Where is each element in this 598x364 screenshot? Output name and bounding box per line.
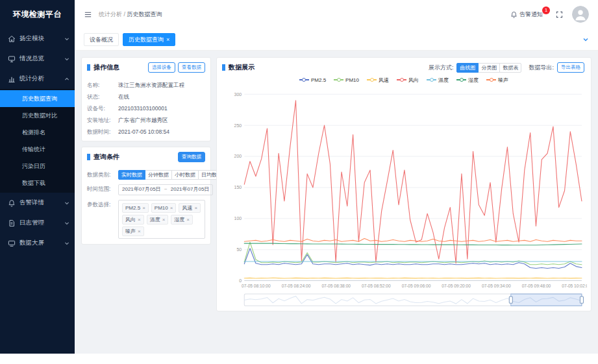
alarm-notification-label: 告警通知 bbox=[519, 10, 543, 19]
view-data-button[interactable]: 查看数据 bbox=[178, 62, 205, 73]
legend-label: 风速 bbox=[379, 77, 389, 84]
legend-item-湿度[interactable]: 湿度 bbox=[456, 77, 479, 84]
tag-close-icon[interactable]: × bbox=[170, 205, 173, 211]
legend-item-风速[interactable]: 风速 bbox=[367, 77, 389, 84]
legend-line-icon bbox=[427, 77, 436, 82]
datazoom-handle-right[interactable] bbox=[580, 297, 583, 303]
series-line-噪声[interactable] bbox=[244, 238, 582, 241]
select-device-button[interactable]: 选择设备 bbox=[148, 62, 175, 73]
param-tag-5[interactable]: 湿度× bbox=[171, 215, 193, 224]
section-marker bbox=[87, 154, 90, 160]
submenu-item-1[interactable]: 历史数据对比 bbox=[0, 107, 75, 124]
submenu-item-0[interactable]: 历史数据查询 bbox=[0, 90, 75, 107]
app-title: 环境检测平台 bbox=[0, 0, 75, 29]
sidebar-item-label: 扬尘模块 bbox=[19, 34, 64, 43]
legend-item-噪声[interactable]: 噪声 bbox=[486, 77, 508, 84]
x-tick-label: 07-05 10:02:00 bbox=[562, 283, 587, 287]
sidebar-item-0[interactable]: 扬尘模块 bbox=[0, 29, 75, 49]
sidebar-item-5[interactable]: 数据大屏 bbox=[0, 233, 75, 253]
submenu-item-3[interactable]: 传输统计 bbox=[0, 141, 75, 158]
device-field-row: 安装地址:广东省广州市越秀区 bbox=[87, 117, 205, 124]
display-mode-button-2[interactable]: 数据表 bbox=[499, 63, 521, 73]
display-mode-button-0[interactable]: 曲线图 bbox=[456, 63, 479, 73]
legend-label: 湿度 bbox=[468, 77, 479, 84]
param-select-row: 参数选择: PM2.5×PM10×风速×风向×温度×湿度×噪声× bbox=[87, 200, 205, 239]
menu-collapse-icon[interactable] bbox=[84, 10, 92, 19]
topbar-actions: 告警通知 1 bbox=[510, 6, 589, 23]
series-line-风速[interactable] bbox=[244, 278, 582, 278]
legend-item-PM2.5[interactable]: PM2.5 bbox=[299, 77, 326, 83]
alarm-notification-button[interactable]: 告警通知 1 bbox=[510, 10, 543, 19]
display-mode-button-1[interactable]: 分类图 bbox=[478, 63, 500, 73]
param-tag-4[interactable]: 温度× bbox=[147, 215, 169, 224]
tag-close-icon[interactable]: × bbox=[138, 217, 141, 223]
notification-badge: 1 bbox=[542, 6, 550, 14]
display-mode-group: 曲线图分类图数据表 bbox=[456, 63, 521, 73]
datazoom-handle-left[interactable] bbox=[509, 297, 512, 303]
submenu-item-2[interactable]: 检测排名 bbox=[0, 124, 75, 141]
field-label: 设备号: bbox=[87, 105, 118, 112]
param-tag-label: 风向 bbox=[125, 216, 136, 223]
param-tag-3[interactable]: 风向× bbox=[122, 215, 144, 224]
x-tick-label: 07-05 09:20:00 bbox=[442, 283, 471, 287]
category-button-2[interactable]: 小时数据 bbox=[171, 170, 199, 180]
series-line-风向[interactable] bbox=[244, 100, 582, 263]
sidebar-submenu: 历史数据查询历史数据对比检测排名传输统计污染日历数据下载 bbox=[0, 89, 75, 193]
param-tag-0[interactable]: PM2.5× bbox=[122, 203, 149, 213]
param-tag-label: PM2.5 bbox=[125, 205, 140, 211]
legend-line-icon bbox=[397, 77, 406, 82]
sidebar-item-2[interactable]: 统计分析 bbox=[0, 69, 75, 89]
device-info-actions: 选择设备 查看数据 bbox=[148, 62, 205, 73]
tab-bar: 设备概况历史数据查询× bbox=[75, 29, 598, 51]
tag-close-icon[interactable]: × bbox=[142, 205, 145, 211]
field-value: 2021033103100001 bbox=[118, 105, 205, 112]
category-button-0[interactable]: 实时数据 bbox=[118, 170, 145, 180]
legend-label: 噪声 bbox=[498, 77, 508, 84]
tag-close-icon[interactable]: × bbox=[186, 217, 190, 223]
param-tag-box[interactable]: PM2.5×PM10×风速×风向×温度×湿度×噪声× bbox=[118, 200, 205, 239]
legend-item-PM10[interactable]: PM10 bbox=[334, 77, 359, 83]
breadcrumb-section[interactable]: 统计分析 bbox=[99, 11, 122, 18]
left-column: 操作信息 选择设备 查看数据 名称:珠江三角洲水资源配置工程状态:在线设备号:2… bbox=[81, 57, 211, 245]
line-chart[interactable]: 05010015020025030007-05 08:10:0007-05 08… bbox=[221, 85, 587, 308]
legend-label: PM2.5 bbox=[311, 77, 326, 83]
field-label: 名称: bbox=[87, 82, 118, 89]
content-area: 操作信息 选择设备 查看数据 名称:珠江三角洲水资源配置工程状态:在线设备号:2… bbox=[75, 51, 598, 354]
sidebar-item-4[interactable]: 日志管理 bbox=[0, 213, 75, 233]
chevron-down-icon bbox=[64, 241, 69, 246]
chart-container[interactable]: 05010015020025030007-05 08:10:0007-05 08… bbox=[217, 85, 591, 311]
datazoom-window[interactable] bbox=[511, 294, 582, 306]
tag-close-icon[interactable]: × bbox=[162, 217, 166, 223]
fullscreen-icon[interactable] bbox=[556, 11, 563, 18]
log-icon bbox=[8, 219, 16, 227]
chevron-down-icon[interactable] bbox=[582, 36, 589, 43]
user-avatar[interactable] bbox=[572, 6, 589, 23]
monitor-icon bbox=[8, 55, 16, 63]
sidebar-menu: 扬尘模块情况总览统计分析历史数据查询历史数据对比检测排名传输统计污染日历数据下载… bbox=[0, 29, 75, 253]
param-tag-1[interactable]: PM10× bbox=[151, 203, 177, 213]
tag-close-icon[interactable]: × bbox=[194, 205, 197, 211]
param-tag-6[interactable]: 噪声× bbox=[122, 226, 144, 236]
y-tick-label: 250 bbox=[234, 123, 242, 128]
legend-item-温度[interactable]: 温度 bbox=[427, 77, 449, 84]
tab-close-icon[interactable]: × bbox=[166, 36, 169, 43]
param-tag-2[interactable]: 风速× bbox=[179, 203, 201, 213]
field-value: 广东省广州市越秀区 bbox=[118, 117, 205, 124]
export-table-button[interactable]: 导出表格 bbox=[557, 62, 584, 73]
query-data-button[interactable]: 查询数据 bbox=[178, 152, 205, 162]
submenu-item-4[interactable]: 污染日历 bbox=[0, 158, 75, 175]
tab-1[interactable]: 历史数据查询× bbox=[123, 33, 175, 46]
series-line-湿度[interactable] bbox=[244, 243, 582, 245]
submenu-item-5[interactable]: 数据下载 bbox=[0, 175, 75, 191]
sidebar-item-1[interactable]: 情况总览 bbox=[0, 49, 75, 69]
date-range-input[interactable]: 2021年07月05日 ~ 2021年07月05日 bbox=[118, 184, 213, 195]
series-line-PM2.5[interactable] bbox=[244, 248, 582, 268]
query-panel: 查询条件 查询数据 数据类别: 实时数据分钟数据小时数据日均数据 时间范围: 2… bbox=[81, 147, 211, 245]
sidebar-item-3[interactable]: 告警详情 bbox=[0, 193, 75, 213]
field-label: 状态: bbox=[87, 93, 118, 101]
chevron-down-icon bbox=[64, 56, 69, 62]
legend-item-风向[interactable]: 风向 bbox=[397, 77, 419, 84]
tag-close-icon[interactable]: × bbox=[138, 228, 141, 234]
tab-0[interactable]: 设备概况 bbox=[84, 33, 119, 46]
category-button-1[interactable]: 分钟数据 bbox=[145, 170, 172, 180]
